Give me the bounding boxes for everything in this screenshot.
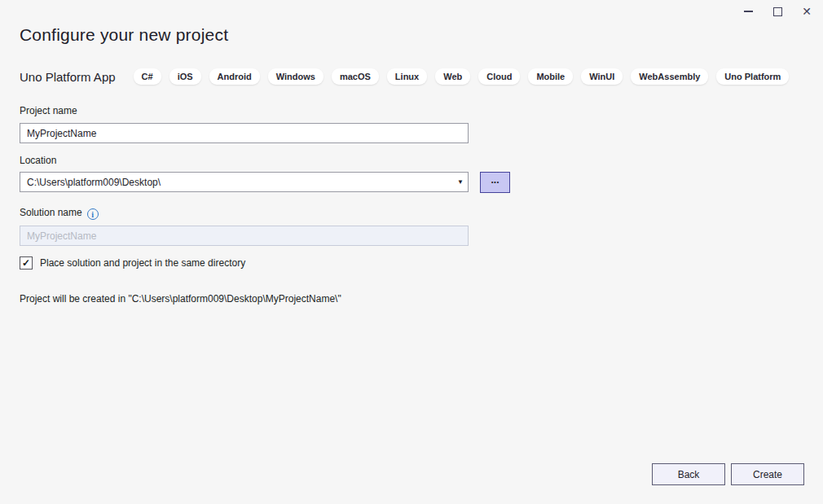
solution-name-input [20, 226, 469, 246]
tag-badge: WinUI [581, 68, 623, 85]
template-name: Uno Platform App [20, 70, 116, 84]
window-controls: ✕ [733, 0, 821, 23]
tag-badge: iOS [169, 68, 201, 85]
tag-badge: WebAssembly [631, 68, 708, 85]
location-combobox[interactable]: ▼ [20, 172, 469, 192]
back-button[interactable]: Back [652, 463, 725, 485]
tag-badge: Linux [387, 68, 427, 85]
tag-badge: Web [435, 68, 470, 85]
location-input[interactable] [20, 173, 453, 191]
close-icon: ✕ [802, 6, 812, 17]
project-name-label: Project name [20, 105, 77, 116]
same-directory-row: ✓ Place solution and project in the same… [20, 256, 245, 270]
same-directory-label[interactable]: Place solution and project in the same d… [40, 257, 245, 269]
info-icon[interactable]: i [87, 208, 99, 220]
template-row: Uno Platform App C# iOS Android Windows … [20, 68, 807, 85]
same-directory-checkbox[interactable]: ✓ [20, 256, 33, 270]
browse-button[interactable]: ... [480, 172, 510, 193]
tag-badge: Uno Platform [716, 68, 789, 85]
tag-badge: macOS [332, 68, 379, 85]
solution-name-label-text: Solution name [20, 207, 82, 218]
solution-name-label: Solution namei [20, 207, 99, 220]
tag-badge: Android [209, 68, 260, 85]
tag-list: C# iOS Android Windows macOS Linux Web C… [134, 68, 790, 85]
project-name-input[interactable] [20, 123, 469, 143]
create-button[interactable]: Create [731, 463, 804, 485]
close-button[interactable]: ✕ [792, 0, 821, 23]
tag-badge: Mobile [528, 68, 573, 85]
tag-badge: Cloud [478, 68, 520, 85]
tag-badge: Windows [268, 68, 323, 85]
tag-badge: C# [134, 68, 161, 85]
creation-status-text: Project will be created in "C:\Users\pla… [20, 293, 341, 305]
minimize-button[interactable] [733, 0, 763, 23]
maximize-button[interactable] [763, 0, 792, 23]
location-label: Location [20, 155, 56, 166]
minimize-icon [744, 11, 753, 12]
dropdown-arrow-icon[interactable]: ▼ [453, 173, 468, 191]
page-title: Configure your new project [20, 25, 228, 45]
checkmark-icon: ✓ [22, 257, 30, 269]
maximize-icon [773, 7, 782, 16]
